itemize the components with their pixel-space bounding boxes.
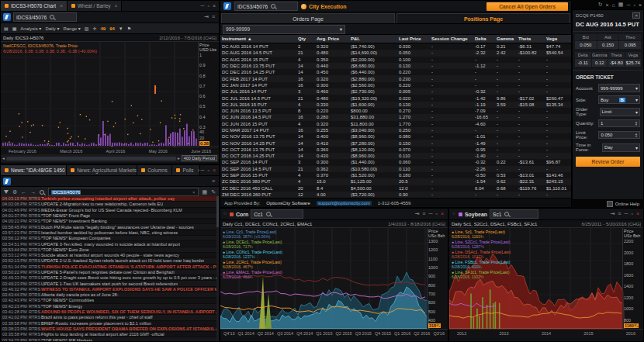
pin-icon[interactable]: ⇥ [414,211,419,217]
table-row[interactable]: ZM DEC 2016 260 PUT124.00($3,720.00)0.90… [220,192,571,198]
news-item[interactable]: 03:49:33 PMRTRSUPDATE 2-Draghi sees Brex… [1,275,216,281]
column-header[interactable]: Session Change [430,36,473,41]
table-row[interactable]: DC OCT 2016 13.75 PUT140.360($8,120.00)0… [220,147,571,153]
column-header[interactable]: Instrument ▲ [220,36,296,41]
flag-icon[interactable]: ⚑ [127,26,131,31]
minimize-icon[interactable]: ─ [428,211,432,217]
support-email-link[interactable]: support@optionscity.com [317,201,372,206]
news-item[interactable]: 04:02:06 PMRTRSUPDATE 2-Migration key to… [1,202,216,207]
field-dropdown[interactable]: 999-99999▾ [598,84,640,92]
news-item[interactable]: 03:56:12 PMRTRS*TOP NEWS* European Compa… [1,236,216,241]
close-icon[interactable]: × [606,2,609,8]
scroll-right-icon[interactable]: ▸ [178,156,180,161]
table-row[interactable]: DC DEC 2016 13.75 PUT140.440($8,680.00)0… [220,63,571,69]
news-scrollbar[interactable] [216,196,219,341]
news-item[interactable]: 03:34:25 PMRTRS*TOP NEWS* IFR Markets [1,337,216,341]
drag-handle-icon[interactable]: ⁘ [452,211,456,217]
online-help[interactable]: Online Help [448,200,644,208]
news-item[interactable]: 03:43:44 PMRTRSAlberta daily canola pric… [1,292,216,298]
grid-icon[interactable]: ▦ [618,2,624,8]
table-row[interactable]: DC JUN 2016 15 PUT40.320$11,800.001.770-… [220,121,571,127]
table-row[interactable]: DC JUL 2016 14.5 PUT210.480($19,320.00)0… [220,95,571,101]
table-row[interactable]: DC MAR 2017 14 PUT160.255($3,040.00)0.25… [220,127,571,133]
menu-icon[interactable]: ≡ [212,14,215,20]
close-icon[interactable]: × [115,3,118,9]
news-search-input[interactable]: IDCS3/45076 × [48,188,198,196]
field-dropdown[interactable]: Day▾ [602,143,640,152]
close-icon[interactable]: × [213,3,216,9]
analysis-dropdown[interactable]: Analysis ▾ [20,26,41,31]
restore-icon[interactable]: ▫ [207,168,209,173]
drag-handle-icon[interactable]: ⁘ [223,211,227,217]
table-row[interactable]: DC NOV 2016 14.25 PUT140.410($7,280.00)0… [220,140,571,146]
column-header[interactable]: Gamma [495,36,517,41]
news-item[interactable]: 03:50:22 PMRTRSUPDATE 5-Panel's report r… [1,270,216,275]
news-item[interactable]: 03:38:58 PMRTRSBRIEF-Rowtic increases pr… [1,321,216,326]
news-item[interactable]: 04:01:49 PMRTRSMEDIA-Essar Group's bid f… [1,208,216,213]
field-stepper[interactable]: 1▲▼ [598,119,640,127]
corn-tab-label[interactable]: Corn [236,212,248,217]
news-item[interactable]: 03:57:23 PMRTRSIstanbul bomber tackled b… [1,230,216,236]
filter-icon[interactable]: ▼ [119,26,123,31]
column-header[interactable]: Delta [473,36,495,41]
edit-icon[interactable]: ✎ [211,189,216,195]
close-icon[interactable]: × [213,168,216,173]
table-row[interactable]: DC AUG 2016 14.5 PUT210.480($14,690.00)0… [220,50,571,56]
table-row[interactable]: DC JUN 2016 14.5 PUT160.280$31,880.001.2… [220,114,571,120]
news-item[interactable]: 03:46:32 PMRTRSWITNESS TO ISTANBUL AIRPO… [1,287,216,292]
news-item[interactable]: 03:54:51 PMRTRSUPDATE 3-Ten killed, many… [1,241,216,247]
field-dropdown[interactable]: BuyB▾ [598,95,640,104]
table-row[interactable]: DC FEB 2017 14 PUT160.320($2,880.00)0.23… [220,75,571,81]
minimize-icon[interactable]: ─ [624,211,628,217]
close-icon[interactable]: × [636,211,639,217]
restore-icon[interactable]: ▫ [631,211,632,217]
tab-columns[interactable]: Columns × [137,165,172,175]
close-icon[interactable]: × [632,12,640,19]
table-row[interactable]: DC JUN 2016 13.5 PUT80.220$800.000.270--… [220,108,571,114]
period-dropdown[interactable]: Daily ▾ [45,26,59,31]
news-item[interactable]: 04:01:37 PMRTRS*TOP NEWS* Front Page [1,213,216,219]
soybean-tab-label[interactable]: Soybean [465,212,487,217]
corn-chart-canvas[interactable]: ● Line, Cc1, Trade Price(Last) 6/28/2016… [220,228,448,329]
table-row[interactable]: DC AUG 2016 14 PUT20.320($1,740.00)0.030… [220,43,571,50]
table-row[interactable]: DC SEP 2016 14 PUT30.300($1,440.00)0.060… [220,159,571,165]
menu-icon[interactable]: ≡ [212,178,215,184]
news-item[interactable]: 03:41:02 PMRTRSBrazil aims to pass pensi… [1,315,216,320]
news-item[interactable]: 03:53:44 PMRTRS*TOP NEWS* Euro Zone [1,247,216,253]
column-header[interactable]: Last Price [397,36,430,41]
tab-polls[interactable]: Polls × [172,165,200,175]
table-row[interactable]: DC NOV 2016 13.75 PUT140.400($8,960.00)0… [220,133,571,140]
column-header[interactable]: Avg. Price [315,36,349,41]
table-row[interactable]: DC SEP 2016 14.5 PUT210.362($10,580.00)0… [220,166,571,172]
tab-wheat-barley[interactable]: Wheat / Barley × [68,1,122,11]
news-item[interactable]: 03:58:45 PMRTRSDutch PM Rutte wants "leg… [1,224,216,230]
scrollbar-thumb[interactable] [6,157,176,161]
review-order-button[interactable]: Review Order [576,157,640,167]
folder-icon[interactable]: ▤ [4,26,9,31]
chart-type-icon[interactable]: ▥ [85,26,89,31]
clear-icon[interactable]: × [192,190,196,195]
corn-search-input[interactable]: Cc1 [251,209,303,219]
news-item[interactable]: 04:03:15 PMRTRSTurkish police evacuating… [1,196,216,202]
table-row[interactable]: DC JUL 2016 14 PUT30.460($2,730.00)0.005… [220,88,571,95]
column-header[interactable]: P&L [349,36,397,41]
table-row[interactable]: ZC DEC 2016 380 PUT415.0$1,125.0020.5--1… [220,178,571,185]
pin-icon[interactable]: ⇥ [204,14,209,20]
soybean-search-input[interactable]: Sc1 [490,209,538,219]
tab-news-agri[interactable]: News: Agricultural Markets[...] × [67,165,137,175]
news-item[interactable]: 03:51:34 PMRTRSTURKISH POLICE EVACUATING… [1,264,216,270]
range-dropdown[interactable]: Range ▾ [63,26,80,31]
news-item[interactable]: 04:00:22 PMRTRS*TOP NEWS* Investment Ban… [1,219,216,224]
tab-positions-page[interactable]: Positions Page [396,13,570,23]
news-item[interactable]: 03:38:23 PMRTRSWHITE HOUSE SAYS PRESIDEN… [1,326,216,332]
column-header[interactable]: Theta [517,36,545,41]
table-row[interactable]: DC DEC 2016 14.25 PUT140.450($6,440.00)0… [220,69,571,75]
price-chart-canvas[interactable]: NatlCFSCC, IDCS3/45076, Trade Price 6/28… [1,42,219,147]
table-row[interactable]: DC AUG 2016 15 PUT40.350($2,000.00)0.100… [220,57,571,63]
news-item[interactable]: 03:49:23 PMRTRSUPDATE 1-Two UK lawmakers… [1,281,216,286]
restore-icon[interactable]: ▫ [435,211,437,217]
filter-icon[interactable] [4,190,9,194]
column-header[interactable]: Qty [296,36,315,41]
news-item[interactable]: 03:35:58 PMRTRSFlights to stop landing a… [1,332,216,337]
pin-icon[interactable]: ⇥ [610,211,615,217]
